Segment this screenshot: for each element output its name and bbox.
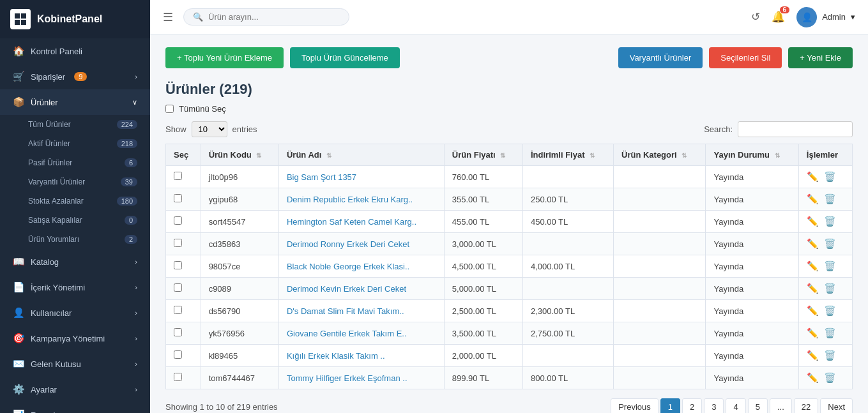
sidebar-item-urunler[interactable]: 📦 Ürünler ∨: [0, 89, 150, 115]
page-button-4[interactable]: 4: [726, 398, 745, 413]
sidebar-subitem-satisa-kapalilar[interactable]: Satışa Kapalılar 0: [0, 211, 150, 230]
sidebar-item-kontrol-paneli[interactable]: 🏠 Kontrol Paneli: [0, 38, 150, 64]
row-name: Derimod Ronny Erkek Deri Ceket: [278, 233, 444, 255]
row-name-link[interactable]: D's Damat Slim Fit Mavi Takım..: [287, 306, 404, 316]
edit-icon[interactable]: ✏️: [807, 283, 819, 294]
row-checkbox[interactable]: [174, 239, 182, 247]
delete-icon[interactable]: 🗑️: [824, 238, 836, 250]
row-checkbox[interactable]: [174, 373, 182, 381]
row-name-link[interactable]: Derimod Kevin Erkek Deri Ceket: [287, 284, 406, 294]
row-category: [614, 345, 706, 367]
delete-icon[interactable]: 🗑️: [824, 283, 836, 294]
delete-icon[interactable]: 🗑️: [824, 193, 836, 205]
topbar-search-input[interactable]: [208, 12, 340, 22]
logo-text: KobinetPanel: [37, 13, 102, 25]
row-checkbox-cell: [166, 278, 201, 300]
row-actions: ✏️ 🗑️: [798, 166, 852, 188]
row-name-link[interactable]: Big Sam Şort 1357: [287, 172, 356, 182]
sidebar-item-katalog[interactable]: 📖 Katalog ›: [0, 249, 150, 274]
admin-dropdown-icon: ▾: [851, 12, 855, 22]
col-header-price[interactable]: Ürün Fiyatı ⇅: [444, 144, 522, 166]
row-checkbox[interactable]: [174, 328, 182, 336]
row-checkbox[interactable]: [174, 306, 182, 314]
hamburger-menu-icon[interactable]: ☰: [163, 10, 173, 24]
delete-icon[interactable]: 🗑️: [824, 305, 836, 317]
edit-icon[interactable]: ✏️: [807, 260, 819, 272]
edit-icon[interactable]: ✏️: [807, 216, 819, 227]
previous-button[interactable]: Previous: [611, 398, 659, 413]
row-checkbox[interactable]: [174, 261, 182, 269]
edit-icon[interactable]: ✏️: [807, 171, 819, 183]
row-name-link[interactable]: Hemington Saf Keten Camel Karg..: [287, 217, 416, 227]
bulk-update-button[interactable]: Toplu Ürün Güncelleme: [290, 47, 400, 68]
page-button-3[interactable]: 3: [704, 398, 724, 413]
row-price: 760.00 TL: [444, 166, 522, 188]
row-name-link[interactable]: Denim Republic Erkek Ekru Karg..: [287, 195, 413, 204]
sub-label: Stokta Azalanlar: [28, 197, 84, 206]
new-add-button[interactable]: + Yeni Ekle: [788, 47, 853, 68]
col-header-name[interactable]: Ürün Adı ⇅: [278, 144, 444, 166]
edit-icon[interactable]: ✏️: [807, 305, 819, 317]
sidebar-item-kullanicilar[interactable]: 👤 Kullanıcılar ›: [0, 300, 150, 326]
entries-select[interactable]: 10 25 50 100: [192, 121, 227, 137]
sidebar-subitem-stokta-azalanlar[interactable]: Stokta Azalanlar 180: [0, 191, 150, 211]
edit-icon[interactable]: ✏️: [807, 372, 819, 384]
edit-icon[interactable]: ✏️: [807, 193, 819, 205]
sidebar-item-siparisler[interactable]: 🛒 Siparişler 9 ›: [0, 64, 150, 89]
row-code: 98057ce: [201, 255, 278, 278]
variant-products-button[interactable]: Varyantlı Ürünler: [618, 47, 703, 68]
row-name-link[interactable]: Kığılı Erkek Klasik Takım ..: [287, 351, 385, 361]
table-row: c9089 Derimod Kevin Erkek Deri Ceket 5,0…: [166, 278, 853, 300]
page-button-5[interactable]: 5: [748, 398, 768, 413]
notification-icon[interactable]: 🔔 6: [772, 10, 785, 24]
edit-icon[interactable]: ✏️: [807, 327, 819, 339]
row-name-link[interactable]: Giovane Gentile Erkek Takım E..: [287, 329, 407, 338]
col-header-category[interactable]: Ürün Kategori ⇅: [614, 144, 706, 166]
sidebar-subitem-urun-yorumlari[interactable]: Ürün Yorumları 2: [0, 230, 150, 249]
row-name-link[interactable]: Derimod Ronny Erkek Deri Ceket: [287, 239, 409, 249]
row-category: [614, 300, 706, 322]
refresh-icon[interactable]: ↺: [751, 10, 760, 24]
admin-button[interactable]: 👤 Admin ▾: [796, 7, 855, 27]
sidebar-item-gelen-kutusu[interactable]: ✉️ Gelen Kutusu ›: [0, 351, 150, 377]
next-button[interactable]: Next: [820, 398, 853, 413]
edit-icon[interactable]: ✏️: [807, 238, 819, 250]
sidebar-item-icerik-yonetimi[interactable]: 📄 İçerik Yönetimi ›: [0, 274, 150, 300]
col-header-discount[interactable]: İndirimli Fiyat ⇅: [522, 144, 613, 166]
row-checkbox[interactable]: [174, 283, 182, 292]
sidebar-subitem-varyantli-urunler[interactable]: Varyantlı Ürünler 39: [0, 172, 150, 191]
table-search-input[interactable]: [738, 121, 853, 137]
sidebar-item-ayarlar[interactable]: ⚙️ Ayarlar ›: [0, 377, 150, 402]
bulk-add-button[interactable]: + Toplu Yeni Ürün Ekleme: [165, 47, 284, 68]
page-button-22[interactable]: 22: [794, 398, 818, 413]
sidebar-subitem-tum-urunler[interactable]: Tüm Ürünler 224: [0, 115, 150, 134]
sidebar-item-kampanya-yonetimi[interactable]: 🎯 Kampanya Yönetimi ›: [0, 326, 150, 351]
sidebar: KobinetPanel 🏠 Kontrol Paneli 🛒 Siparişl…: [0, 0, 150, 413]
row-name-link[interactable]: Tommy Hilfiger Erkek Eşofman ..: [287, 373, 407, 383]
col-header-code[interactable]: Ürün Kodu ⇅: [201, 144, 278, 166]
delete-icon[interactable]: 🗑️: [824, 171, 836, 183]
row-status: Yayında: [706, 233, 798, 255]
delete-icon[interactable]: 🗑️: [824, 216, 836, 227]
sidebar-subitem-pasif-urunler[interactable]: Pasif Ürünler 6: [0, 153, 150, 172]
sidebar-item-raporlar[interactable]: 📊 Raporlar ›: [0, 402, 150, 413]
page-button-2[interactable]: 2: [682, 398, 702, 413]
row-checkbox[interactable]: [174, 216, 182, 225]
page-button-1[interactable]: 1: [660, 398, 680, 413]
delete-selected-button[interactable]: Seçilenleri Sil: [709, 47, 782, 68]
row-price: 3,000.00 TL: [444, 233, 522, 255]
row-checkbox[interactable]: [174, 350, 182, 359]
col-header-status[interactable]: Yayın Durumu ⇅: [706, 144, 798, 166]
row-checkbox[interactable]: [174, 194, 182, 202]
row-checkbox[interactable]: [174, 172, 182, 180]
chevron-down-icon: ∨: [132, 98, 137, 107]
delete-icon[interactable]: 🗑️: [824, 372, 836, 384]
select-all-checkbox[interactable]: [165, 105, 174, 113]
sidebar-subitem-aktif-urunler[interactable]: Aktif Ürünler 218: [0, 134, 150, 153]
row-name: Kığılı Erkek Klasik Takım ..: [278, 345, 444, 367]
delete-icon[interactable]: 🗑️: [824, 260, 836, 272]
delete-icon[interactable]: 🗑️: [824, 350, 836, 361]
edit-icon[interactable]: ✏️: [807, 350, 819, 361]
delete-icon[interactable]: 🗑️: [824, 327, 836, 339]
row-name-link[interactable]: Black Noble George Erkek Klasi..: [287, 262, 409, 271]
